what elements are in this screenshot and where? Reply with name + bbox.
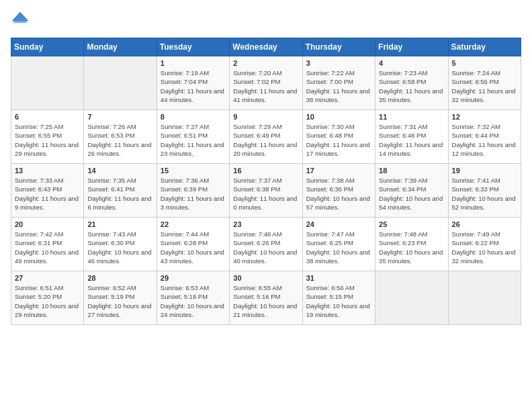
day-number: 24 bbox=[306, 220, 371, 228]
day-info: Sunrise: 6:55 AMSunset: 5:16 PMDaylight:… bbox=[233, 283, 298, 319]
day-number: 8 bbox=[161, 113, 226, 121]
calendar-cell: 1Sunrise: 7:19 AMSunset: 7:04 PMDaylight… bbox=[157, 56, 229, 110]
day-of-week-saturday: Saturday bbox=[448, 38, 521, 56]
day-number: 4 bbox=[379, 59, 444, 67]
day-number: 18 bbox=[379, 167, 444, 175]
day-number: 1 bbox=[161, 59, 226, 67]
day-number: 13 bbox=[15, 167, 80, 175]
calendar-cell: 20Sunrise: 7:42 AMSunset: 6:31 PMDayligh… bbox=[11, 218, 84, 271]
day-number: 19 bbox=[452, 167, 517, 175]
day-number: 6 bbox=[15, 113, 80, 121]
day-info: Sunrise: 7:49 AMSunset: 6:22 PMDaylight:… bbox=[452, 230, 517, 265]
calendar-cell: 11Sunrise: 7:31 AMSunset: 6:46 PMDayligh… bbox=[375, 110, 448, 164]
day-number: 25 bbox=[379, 220, 444, 228]
calendar-cell: 6Sunrise: 7:25 AMSunset: 6:55 PMDaylight… bbox=[11, 110, 84, 164]
calendar-cell: 21Sunrise: 7:43 AMSunset: 6:30 PMDayligh… bbox=[84, 218, 157, 271]
day-of-week-thursday: Thursday bbox=[302, 38, 375, 56]
day-info: Sunrise: 7:27 AMSunset: 6:51 PMDaylight:… bbox=[161, 122, 226, 158]
calendar-cell: 27Sunrise: 6:51 AMSunset: 5:20 PMDayligh… bbox=[11, 271, 84, 325]
day-of-week-sunday: Sunday bbox=[11, 38, 84, 56]
day-number: 12 bbox=[452, 113, 517, 121]
day-info: Sunrise: 7:41 AMSunset: 6:33 PMDaylight:… bbox=[452, 176, 517, 212]
calendar-cell: 7Sunrise: 7:26 AMSunset: 6:53 PMDaylight… bbox=[84, 110, 157, 164]
day-of-week-wednesday: Wednesday bbox=[230, 38, 302, 56]
day-number: 23 bbox=[233, 220, 298, 228]
logo bbox=[11, 11, 32, 30]
day-info: Sunrise: 7:31 AMSunset: 6:46 PMDaylight:… bbox=[379, 122, 444, 158]
day-of-week-tuesday: Tuesday bbox=[157, 38, 229, 56]
logo-icon bbox=[11, 11, 30, 30]
day-number: 26 bbox=[452, 220, 517, 228]
calendar-cell: 13Sunrise: 7:33 AMSunset: 6:43 PMDayligh… bbox=[11, 164, 84, 218]
day-info: Sunrise: 7:26 AMSunset: 6:53 PMDaylight:… bbox=[87, 122, 152, 158]
calendar-cell: 31Sunrise: 6:56 AMSunset: 5:15 PMDayligh… bbox=[302, 271, 375, 325]
calendar-cell: 22Sunrise: 7:44 AMSunset: 6:28 PMDayligh… bbox=[157, 218, 229, 271]
day-number: 22 bbox=[161, 220, 226, 228]
day-number: 3 bbox=[306, 59, 371, 67]
day-info: Sunrise: 7:44 AMSunset: 6:28 PMDaylight:… bbox=[161, 230, 226, 265]
calendar-cell: 18Sunrise: 7:39 AMSunset: 6:34 PMDayligh… bbox=[375, 164, 448, 218]
day-info: Sunrise: 7:20 AMSunset: 7:02 PMDaylight:… bbox=[233, 68, 298, 104]
day-info: Sunrise: 7:32 AMSunset: 6:44 PMDaylight:… bbox=[452, 122, 517, 158]
calendar-cell: 24Sunrise: 7:47 AMSunset: 6:25 PMDayligh… bbox=[302, 218, 375, 271]
page-header bbox=[11, 11, 521, 30]
day-number: 27 bbox=[15, 274, 80, 282]
day-info: Sunrise: 7:36 AMSunset: 6:39 PMDaylight:… bbox=[161, 176, 226, 212]
day-info: Sunrise: 6:52 AMSunset: 5:19 PMDaylight:… bbox=[87, 283, 152, 319]
day-number: 9 bbox=[233, 113, 298, 121]
day-number: 16 bbox=[233, 167, 298, 175]
day-number: 31 bbox=[306, 274, 371, 282]
day-info: Sunrise: 7:24 AMSunset: 6:56 PMDaylight:… bbox=[452, 68, 517, 104]
calendar-cell: 19Sunrise: 7:41 AMSunset: 6:33 PMDayligh… bbox=[448, 164, 521, 218]
day-number: 11 bbox=[379, 113, 444, 121]
day-info: Sunrise: 7:42 AMSunset: 6:31 PMDaylight:… bbox=[15, 230, 80, 265]
day-number: 21 bbox=[87, 220, 152, 228]
calendar-cell bbox=[11, 56, 84, 110]
calendar-cell: 5Sunrise: 7:24 AMSunset: 6:56 PMDaylight… bbox=[448, 56, 521, 110]
calendar-cell bbox=[375, 271, 448, 325]
day-info: Sunrise: 7:48 AMSunset: 6:23 PMDaylight:… bbox=[379, 230, 444, 265]
day-number: 30 bbox=[233, 274, 298, 282]
day-info: Sunrise: 7:25 AMSunset: 6:55 PMDaylight:… bbox=[15, 122, 80, 158]
calendar-cell: 10Sunrise: 7:30 AMSunset: 6:48 PMDayligh… bbox=[302, 110, 375, 164]
day-number: 2 bbox=[233, 59, 298, 67]
day-info: Sunrise: 7:38 AMSunset: 6:36 PMDaylight:… bbox=[306, 176, 371, 212]
calendar-cell: 25Sunrise: 7:48 AMSunset: 6:23 PMDayligh… bbox=[375, 218, 448, 271]
calendar-cell: 3Sunrise: 7:22 AMSunset: 7:00 PMDaylight… bbox=[302, 56, 375, 110]
day-of-week-monday: Monday bbox=[84, 38, 157, 56]
day-number: 20 bbox=[15, 220, 80, 228]
day-info: Sunrise: 7:30 AMSunset: 6:48 PMDaylight:… bbox=[306, 122, 371, 158]
day-info: Sunrise: 7:22 AMSunset: 7:00 PMDaylight:… bbox=[306, 68, 371, 104]
calendar-cell bbox=[448, 271, 521, 325]
day-info: Sunrise: 7:43 AMSunset: 6:30 PMDaylight:… bbox=[87, 230, 152, 265]
day-info: Sunrise: 7:46 AMSunset: 6:26 PMDaylight:… bbox=[233, 230, 298, 265]
calendar-cell bbox=[84, 56, 157, 110]
day-info: Sunrise: 7:33 AMSunset: 6:43 PMDaylight:… bbox=[15, 176, 80, 212]
calendar-cell: 8Sunrise: 7:27 AMSunset: 6:51 PMDaylight… bbox=[157, 110, 229, 164]
day-info: Sunrise: 7:19 AMSunset: 7:04 PMDaylight:… bbox=[161, 68, 226, 104]
day-number: 5 bbox=[452, 59, 517, 67]
day-info: Sunrise: 7:37 AMSunset: 6:38 PMDaylight:… bbox=[233, 176, 298, 212]
day-of-week-friday: Friday bbox=[375, 38, 448, 56]
day-info: Sunrise: 7:29 AMSunset: 6:49 PMDaylight:… bbox=[233, 122, 298, 158]
calendar-cell: 14Sunrise: 7:35 AMSunset: 6:41 PMDayligh… bbox=[84, 164, 157, 218]
day-info: Sunrise: 7:23 AMSunset: 6:58 PMDaylight:… bbox=[379, 68, 444, 104]
calendar-cell: 4Sunrise: 7:23 AMSunset: 6:58 PMDaylight… bbox=[375, 56, 448, 110]
day-info: Sunrise: 7:39 AMSunset: 6:34 PMDaylight:… bbox=[379, 176, 444, 212]
day-info: Sunrise: 6:51 AMSunset: 5:20 PMDaylight:… bbox=[15, 283, 80, 319]
calendar-table: SundayMondayTuesdayWednesdayThursdayFrid… bbox=[11, 38, 521, 325]
day-number: 14 bbox=[87, 167, 152, 175]
calendar-cell: 12Sunrise: 7:32 AMSunset: 6:44 PMDayligh… bbox=[448, 110, 521, 164]
calendar-cell: 26Sunrise: 7:49 AMSunset: 6:22 PMDayligh… bbox=[448, 218, 521, 271]
calendar-cell: 30Sunrise: 6:55 AMSunset: 5:16 PMDayligh… bbox=[230, 271, 302, 325]
calendar-cell: 23Sunrise: 7:46 AMSunset: 6:26 PMDayligh… bbox=[230, 218, 302, 271]
day-info: Sunrise: 6:53 AMSunset: 5:18 PMDaylight:… bbox=[161, 283, 226, 319]
calendar-cell: 9Sunrise: 7:29 AMSunset: 6:49 PMDaylight… bbox=[230, 110, 302, 164]
day-info: Sunrise: 7:35 AMSunset: 6:41 PMDaylight:… bbox=[87, 176, 152, 212]
calendar-cell: 29Sunrise: 6:53 AMSunset: 5:18 PMDayligh… bbox=[157, 271, 229, 325]
day-number: 29 bbox=[161, 274, 226, 282]
day-number: 10 bbox=[306, 113, 371, 121]
calendar-cell: 15Sunrise: 7:36 AMSunset: 6:39 PMDayligh… bbox=[157, 164, 229, 218]
day-number: 28 bbox=[87, 274, 152, 282]
day-number: 17 bbox=[306, 167, 371, 175]
